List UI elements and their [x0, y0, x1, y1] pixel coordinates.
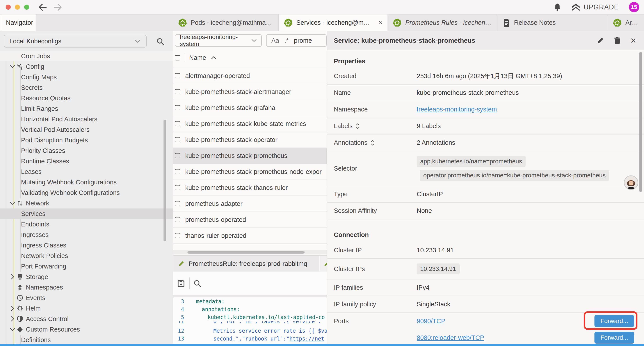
sidebar-item-namespaces[interactable]: Namespaces: [0, 282, 173, 293]
sidebar-item-access-control[interactable]: Access Control: [0, 314, 173, 324]
sidebar-item-secrets[interactable]: Secrets: [0, 82, 173, 93]
port-link-9090-tcp[interactable]: 9090/TCP: [417, 318, 446, 325]
chevron-right-icon[interactable]: [9, 306, 16, 311]
sidebar-item-resource-quotas[interactable]: Resource Quotas: [0, 93, 173, 103]
scrollbar-thumb[interactable]: [188, 251, 305, 254]
name-column-header[interactable]: Name: [189, 54, 206, 61]
table-row-kube-prometheus-stack-kube-state-metrics[interactable]: kube-prometheus-stack-kube-state-metrics: [173, 116, 327, 132]
row-checkbox[interactable]: [175, 105, 180, 110]
sidebar-item-storage[interactable]: Storage: [0, 272, 173, 282]
sidebar-search-icon[interactable]: [156, 37, 164, 45]
sidebar-item-ingresses[interactable]: Ingresses: [0, 230, 173, 240]
sidebar-item-network-policies[interactable]: Network Policies: [0, 251, 173, 261]
regex-toggle[interactable]: .*: [284, 37, 288, 44]
sidebar-item-services[interactable]: Services: [0, 209, 173, 219]
edit-pencil-icon[interactable]: [597, 37, 604, 44]
sort-updown-icon[interactable]: [370, 139, 375, 146]
window-close-button[interactable]: [6, 4, 11, 10]
notification-count-badge[interactable]: 15: [629, 2, 639, 12]
table-row-kube-prometheus-stack-alertmanager[interactable]: kube-prometheus-stack-alertmanager: [173, 84, 327, 100]
sidebar-item-custom-resources[interactable]: Custom Resources: [0, 324, 173, 335]
row-checkbox[interactable]: [175, 201, 180, 206]
save-icon[interactable]: [177, 279, 186, 288]
table-row-kube-prometheus-stack-operator[interactable]: kube-prometheus-stack-operator: [173, 132, 327, 148]
detail-link-freeleaps-monitoring-system[interactable]: freeleaps-monitoring-system: [417, 106, 497, 113]
sidebar-item-port-forwarding[interactable]: Port Forwarding: [0, 261, 173, 272]
table-row-kube-prometheus-stack-prometheus-node-expor[interactable]: kube-prometheus-stack-prometheus-node-ex…: [173, 164, 327, 180]
sidebar-item-endpoints[interactable]: Endpoints: [0, 219, 173, 230]
sidebar-item-pod-disruption-budgets[interactable]: Pod Disruption Budgets: [0, 135, 173, 145]
table-row-kube-prometheus-stack-thanos-ruler[interactable]: kube-prometheus-stack-thanos-ruler: [173, 180, 327, 196]
kubeconfig-selector[interactable]: Local Kubeconfigs: [4, 35, 147, 47]
tab-services-icecheng-math[interactable]: Services - icecheng@math...×: [278, 14, 388, 31]
row-checkbox[interactable]: [175, 153, 180, 158]
sidebar-scrollbar[interactable]: [164, 120, 166, 241]
sidebar-item-limit-ranges[interactable]: Limit Ranges: [0, 103, 173, 114]
tab-prometheus-rules-icecheng[interactable]: Prometheus Rules - icecheng...: [388, 14, 498, 31]
row-checkbox[interactable]: [175, 121, 180, 126]
chevron-right-icon[interactable]: [9, 316, 16, 322]
row-checkbox[interactable]: [175, 137, 180, 142]
sidebar-item-ingress-classes[interactable]: Ingress Classes: [0, 240, 173, 251]
assistant-avatar[interactable]: [624, 175, 638, 190]
row-checkbox[interactable]: [175, 169, 180, 174]
sidebar-item-definitions[interactable]: Definitions: [0, 335, 173, 344]
chevron-down-icon[interactable]: [9, 65, 16, 68]
yaml-editor[interactable]: 3metadata:4annotations:5kubectl.kubernet…: [173, 298, 327, 344]
sidebar-item-mutating-webhook-configurations[interactable]: Mutating Webhook Configurations: [0, 177, 173, 187]
row-checkbox[interactable]: [175, 73, 180, 78]
sidebar-item-helm[interactable]: Helm: [0, 303, 173, 314]
code-link[interactable]: https://net: [289, 336, 324, 342]
back-arrow-icon[interactable]: [38, 3, 47, 11]
table-row-kube-prometheus-stack-grafana[interactable]: kube-prometheus-stack-grafana: [173, 100, 327, 116]
sidebar-item-config[interactable]: Config: [0, 61, 173, 72]
tab-pods-icecheng-mathmas[interactable]: Pods - icecheng@mathmas...: [173, 14, 278, 31]
table-row-kube-prometheus-stack-prometheus[interactable]: kube-prometheus-stack-prometheus: [173, 148, 327, 164]
match-case-toggle[interactable]: Aa: [271, 37, 279, 44]
close-icon[interactable]: ×: [630, 36, 636, 45]
table-row-alertmanager-operated[interactable]: alertmanager-operated: [173, 68, 327, 84]
sidebar-item-priority-classes[interactable]: Priority Classes: [0, 145, 173, 156]
namespace-filter-select[interactable]: freeleaps-monitoring-system: [175, 34, 262, 47]
tab-argo-se[interactable]: Argo Se: [608, 14, 644, 31]
editor-search-icon[interactable]: [193, 279, 202, 288]
select-all-checkbox[interactable]: [175, 55, 180, 60]
table-search-input[interactable]: Aa .* prome: [266, 34, 326, 47]
chevron-down-icon[interactable]: [9, 201, 16, 205]
editor-tab-prometheusrule[interactable]: PrometheusRule: freeleaps-prod-rabbitmq: [173, 256, 319, 272]
tab-close-icon[interactable]: ×: [378, 19, 383, 27]
table-row-thanos-ruler-operated[interactable]: thanos-ruler-operated: [173, 228, 327, 244]
detail-scrollbar[interactable]: [640, 52, 642, 192]
tab-navigator[interactable]: Navigator: [0, 14, 36, 31]
row-checkbox[interactable]: [175, 233, 180, 238]
row-checkbox[interactable]: [175, 185, 180, 190]
sidebar-item-validating-webhook-configurations[interactable]: Validating Webhook Configurations: [0, 187, 173, 198]
forward-arrow-icon[interactable]: [53, 3, 62, 11]
forward-button[interactable]: Forward...: [594, 332, 634, 344]
sidebar-item-leases[interactable]: Leases: [0, 166, 173, 177]
tab-release-notes[interactable]: Release Notes: [498, 14, 608, 31]
sort-ascending-caret-icon[interactable]: [211, 56, 216, 59]
sidebar-item-runtime-classes[interactable]: Runtime Classes: [0, 156, 173, 166]
sidebar-item-network[interactable]: Network: [0, 198, 173, 209]
forward-button[interactable]: Forward...: [594, 315, 634, 327]
sidebar-item-horizontal-pod-autoscalers[interactable]: Horizontal Pod Autoscalers: [0, 114, 173, 124]
sidebar-item-config-maps[interactable]: Config Maps: [0, 72, 173, 82]
delete-trash-icon[interactable]: [614, 36, 621, 44]
chevron-right-icon[interactable]: [9, 274, 16, 280]
editor-tab-next-partial[interactable]: [320, 256, 327, 272]
table-row-prometheus-operated[interactable]: prometheus-operated: [173, 212, 327, 228]
sidebar-item-vertical-pod-autoscalers[interactable]: Vertical Pod Autoscalers: [0, 124, 173, 135]
window-zoom-button[interactable]: [24, 4, 29, 10]
upgrade-button[interactable]: UPGRADE: [572, 3, 619, 11]
chevron-down-icon[interactable]: [9, 328, 16, 331]
row-checkbox[interactable]: [175, 217, 180, 222]
row-checkbox[interactable]: [175, 89, 180, 94]
window-minimize-button[interactable]: [15, 4, 20, 10]
sort-updown-icon[interactable]: [356, 123, 360, 129]
port-link-8080-reloader-web-tcp[interactable]: 8080:reloader-web/TCP: [417, 334, 484, 342]
sidebar-item-events[interactable]: Events: [0, 293, 173, 303]
notifications-bell-icon[interactable]: [554, 3, 561, 11]
table-row-prometheus-adapter[interactable]: prometheus-adapter: [173, 196, 327, 212]
table-horizontal-scrollbar[interactable]: [173, 250, 327, 255]
